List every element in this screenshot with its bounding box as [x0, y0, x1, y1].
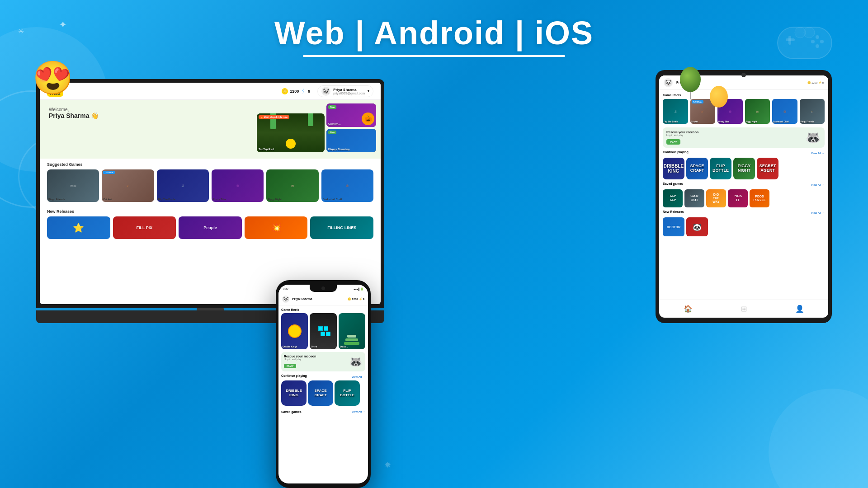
tab-grid[interactable]: ⊞: [741, 305, 747, 313]
saved-carout[interactable]: CAROUT: [684, 189, 704, 207]
phone-reels-title: Game Reels: [281, 308, 365, 311]
pingu-label: Pingu Friends: [48, 198, 98, 201]
phone-outer: 9:30 ●●●▌🔋 🐼 Priya Sharma 🪙 1200 ⚡ 9: [276, 280, 371, 488]
saved-food[interactable]: FOODPUZZLE: [750, 189, 769, 207]
phone-notch: [310, 285, 337, 292]
phone-continue-title: Continue playing: [281, 374, 307, 377]
tablet-nr-title: New Releases: [663, 210, 684, 213]
phone-reel-stack[interactable]: Stack...: [339, 313, 365, 349]
new-badge-1: New: [328, 105, 336, 109]
game-card-flip[interactable]: 🍶 Flip The Bottle: [157, 169, 209, 202]
reel-basket[interactable]: 🏀 Basketball Chall.: [772, 99, 797, 124]
laptop-screen-outer: TIME PASS 🪙 1200 9 🐼 Priya Sharma priya6: [36, 79, 384, 308]
phone-rescue: Rescue your raccoon Hop in and play PLAY…: [281, 352, 365, 371]
tablet-nr-doctor[interactable]: DOCTOR: [663, 217, 684, 236]
piggy-label: Piggy Night: [268, 198, 317, 201]
rescue-title: Rescue your raccoon: [666, 131, 698, 134]
tablet-status: 🪙 1200 ⚡ 8: [807, 81, 824, 84]
nav-coins: 🪙 1200 9: [282, 88, 310, 94]
saved-games-row: TAPTAP CAROUT DIGTHEWAY PICKIT FOODPUZZL: [663, 189, 825, 207]
continue-secret[interactable]: SECRETAGENT: [757, 158, 778, 179]
game-card-pingu[interactable]: Pingu Pingu Friends: [47, 169, 99, 202]
nr-card-1[interactable]: ⭐: [47, 216, 110, 239]
game-card-piggy[interactable]: 🐷 Piggy Night: [266, 169, 318, 202]
play-button[interactable]: PLAY: [666, 139, 680, 145]
reel-piggy-label: Piggy Night: [746, 121, 769, 123]
saved-section-header: Saved games View All →: [663, 182, 825, 188]
basketball-label: Basketball Chall...: [323, 198, 372, 201]
phone-game-space[interactable]: SPACECRAFT: [308, 380, 333, 406]
tablet-nr-card2[interactable]: 🐼: [686, 217, 708, 236]
featured-card-2[interactable]: New Flappy Counting: [326, 129, 376, 152]
featured-title: TapTap Bird: [259, 148, 274, 150]
game-card-cricket[interactable]: TUTORIAL 🏏 Cricket: [102, 169, 154, 202]
tablet-nr-header: New Releases View All →: [663, 210, 825, 216]
featured-card-1[interactable]: New 🎃 Custom...: [326, 103, 376, 127]
nr-card-3[interactable]: People: [179, 216, 242, 239]
bolt-icon: [301, 89, 306, 94]
phone-reel-dribble[interactable]: Dribble Kings: [281, 313, 308, 349]
nav-user[interactable]: 🐼 Priya Sharma priya6039@gmail.com ▾: [317, 85, 373, 97]
continue-piggy[interactable]: PIGGYNIGHT: [733, 158, 755, 179]
tablet-reels: 🍶 Flip The Bottle TUTORIAL 🏏 Cricket 🟣 P…: [663, 99, 825, 124]
tablet: 🐼 Priya Sharma 🪙 1200 ⚡ 8 Game Reels 🍶: [656, 70, 832, 323]
reel-pingu[interactable]: 🐧 Pingu Friends: [800, 99, 825, 124]
svg-point-8: [804, 27, 815, 38]
reel-cricket-label: Cricket: [691, 121, 715, 123]
reel-basket-label: Basketball Chall.: [773, 121, 797, 123]
game-card-pretty[interactable]: 🟣 Pretty Tiles: [212, 169, 264, 202]
phone-saved-view-all[interactable]: View All →: [352, 410, 365, 413]
game-card-basketball[interactable]: 🏀 Basketball Chall...: [321, 169, 373, 202]
laptop-featured: 🔥 Most played right now TapTap Bird New …: [257, 103, 376, 152]
continue-dribble[interactable]: DRIBBLEKING: [663, 158, 684, 179]
continue-flip[interactable]: FLIPBOTTLE: [710, 158, 731, 179]
phone-time: 9:30: [283, 287, 288, 290]
svg-point-3: [816, 35, 819, 39]
bolts-value: 9: [308, 89, 310, 94]
tab-profile[interactable]: 👤: [795, 305, 804, 313]
reel-flip[interactable]: 🍶 Flip The Bottle: [663, 99, 688, 124]
phone-saved-title: Saved games: [281, 410, 302, 413]
nr-card-2[interactable]: FILL PIX: [113, 216, 176, 239]
tablet-screen: 🐼 Priya Sharma 🪙 1200 ⚡ 8 Game Reels 🍶: [659, 75, 828, 318]
tablet-bottom-nav: 🏠 ⊞ 👤: [659, 300, 828, 318]
flip-label: Flip The Bottle: [158, 198, 208, 201]
view-all-nr[interactable]: View All →: [811, 211, 825, 214]
phone-reel-tetris[interactable]: Tetris: [310, 313, 336, 349]
phone-rescue-title: Rescue your raccoon: [284, 355, 316, 358]
svg-point-6: [816, 44, 819, 48]
tablet-outer: 🐼 Priya Sharma 🪙 1200 ⚡ 8 Game Reels 🍶: [656, 70, 832, 323]
saved-taptap[interactable]: TAPTAP: [663, 189, 683, 207]
phone-play-btn[interactable]: PLAY: [284, 364, 296, 368]
view-all-continue[interactable]: View All →: [811, 152, 825, 155]
phone-reel-tetris-label: Tetris: [311, 345, 317, 348]
featured-title-2: Flappy Counting: [328, 148, 349, 150]
reel-piggy[interactable]: 🐷 Piggy Night: [745, 99, 770, 124]
saved-dig[interactable]: DIGTHEWAY: [706, 189, 726, 207]
nr-card-4[interactable]: 💥: [245, 216, 308, 239]
balloon-green: [680, 67, 701, 92]
tab-home[interactable]: 🏠: [684, 305, 693, 313]
continue-space[interactable]: SPACECRAFT: [686, 158, 708, 179]
reel-pingu-label: Pingu Friends: [801, 121, 824, 123]
phone-view-all[interactable]: View All →: [352, 375, 365, 378]
panda-avatar: 🐼: [321, 87, 330, 96]
nav-email: priya6039@gmail.com: [333, 92, 365, 95]
phone-coins: 🪙 1200 ⚡ 9: [348, 297, 364, 300]
view-all-saved[interactable]: View All →: [811, 183, 825, 186]
featured-main[interactable]: 🔥 Most played right now TapTap Bird: [257, 113, 325, 152]
header: Web | Android | iOS: [0, 0, 868, 57]
saved-pickit[interactable]: PICKIT: [728, 189, 748, 207]
tablet-camera: [741, 73, 746, 77]
svg-point-5: [811, 40, 815, 43]
tablet-nr-row: DOCTOR 🐼: [663, 217, 825, 236]
phone-raccoon: 🦝: [349, 356, 363, 368]
tablet-avatar: 🐼: [664, 78, 673, 87]
phone-game-flip[interactable]: FLIPBOTTLE: [335, 380, 360, 406]
tablet-content: Game Reels 🍶 Flip The Bottle TUTORIAL 🏏 …: [659, 90, 828, 300]
phone-game-dribble[interactable]: DRIBBLEKING: [281, 380, 307, 406]
suggested-games-section: Suggested Games Pingu Pingu Friends TUTO…: [40, 159, 381, 206]
nr-card-5[interactable]: FILLING LINES: [310, 216, 373, 239]
reel-pretty-label: Pretty Tiles: [718, 121, 742, 123]
nav-username: Priya Sharma: [333, 88, 365, 92]
